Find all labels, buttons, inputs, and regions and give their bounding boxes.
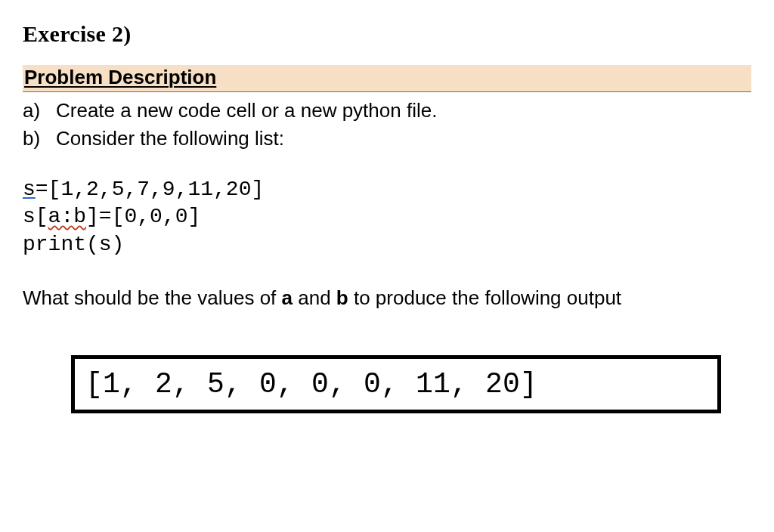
code-line-2: s[a:b]=[0,0,0] — [23, 203, 751, 230]
list-item: b) Consider the following list: — [23, 125, 751, 153]
section-header-problem-description: Problem Description — [23, 65, 751, 92]
list-item-label: b) — [23, 125, 56, 153]
question-part: and — [293, 286, 336, 309]
item-list: a) Create a new code cell or a new pytho… — [23, 97, 751, 153]
question-part: to produce the following output — [348, 286, 621, 309]
page-content: Exercise 2) Problem Description a) Creat… — [0, 0, 774, 428]
question-text: What should be the values of a and b to … — [23, 284, 751, 311]
question-var-b: b — [336, 286, 348, 309]
question-var-a: a — [282, 286, 293, 309]
code-line-1: s=[1,2,5,7,9,11,20] — [23, 176, 751, 203]
code-block: s=[1,2,5,7,9,11,20] s[a:b]=[0,0,0] print… — [23, 176, 751, 258]
list-item-text: Consider the following list: — [56, 125, 751, 153]
code-span: s[ — [23, 205, 48, 228]
code-line-3: print(s) — [23, 231, 751, 258]
expected-output-text: [1, 2, 5, 0, 0, 0, 11, 20] — [85, 368, 710, 401]
code-span: =[1,2,5,7,9,11,20] — [36, 178, 264, 201]
list-item-text: Create a new code cell or a new python f… — [56, 97, 751, 125]
code-span: ]=[0,0,0] — [86, 205, 200, 228]
code-span: s — [23, 178, 36, 201]
question-part: What should be the values of — [23, 286, 282, 309]
expected-output-box: [1, 2, 5, 0, 0, 0, 11, 20] — [71, 355, 721, 413]
list-item: a) Create a new code cell or a new pytho… — [23, 97, 751, 125]
exercise-title: Exercise 2) — [23, 21, 751, 47]
list-item-label: a) — [23, 97, 56, 125]
code-span: a:b — [48, 205, 86, 228]
